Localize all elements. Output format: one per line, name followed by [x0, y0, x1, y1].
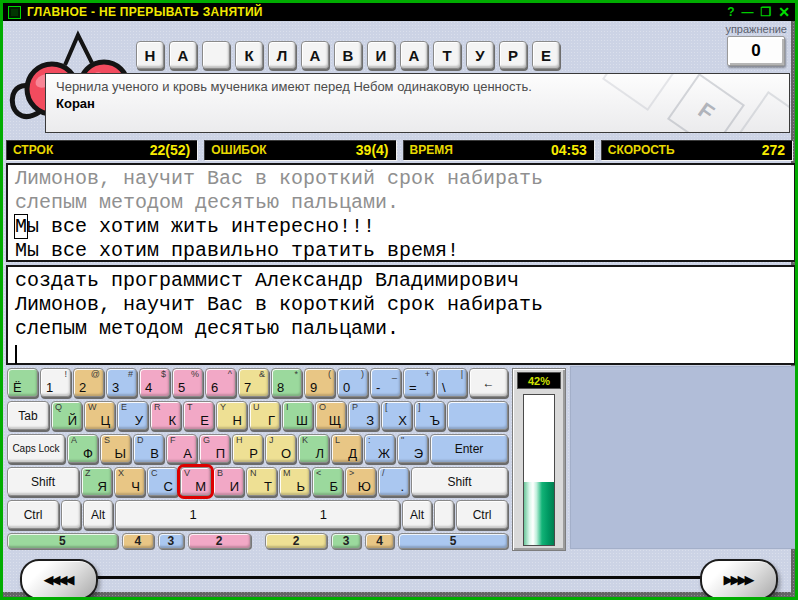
- latin-label: E: [121, 402, 127, 412]
- key-х: [Х: [381, 401, 412, 430]
- key-с: CС: [147, 467, 178, 496]
- shift-symbol: %: [191, 369, 199, 379]
- exercise-counter[interactable]: 0: [727, 36, 785, 66]
- key-ctrl-left: Ctrl: [7, 500, 59, 529]
- cyrillic-label: Ь: [296, 479, 305, 494]
- key-р: HР: [232, 434, 263, 463]
- typed-line: слепым методом десятью пальцами.: [15, 317, 787, 341]
- latin-label: D: [137, 435, 144, 445]
- window-title: ГЛАВНОЕ - НЕ ПРЕРЫВАТЬ ЗАНЯТИЙ: [27, 5, 727, 19]
- key-ъ: ]Ъ: [414, 401, 445, 430]
- key-label: Enter: [431, 435, 507, 462]
- finger-bar-2: 2: [188, 533, 251, 549]
- back-button[interactable]: ◀◀◀◀: [20, 559, 98, 600]
- exercise-label: упражнение: [725, 23, 787, 35]
- key-э: "Э: [397, 434, 428, 463]
- cyrillic-label: Ы: [114, 446, 126, 461]
- key-shift-right: Shift: [411, 467, 508, 496]
- key-\: |\: [436, 368, 467, 397]
- cyrillic-label: Э: [414, 446, 423, 461]
- progress-panel: 42%: [512, 368, 566, 551]
- key-ц: WЦ: [84, 401, 115, 430]
- help-icon[interactable]: ?: [727, 5, 734, 19]
- cyrillic-label: Х: [398, 413, 407, 428]
- keyboard-row-4: ShiftZЯXЧCСVМBИNТMЬ<Б>Ю/.Shift: [7, 467, 508, 496]
- key-label: Caps Lock: [8, 435, 64, 462]
- key-т: NТ: [246, 467, 277, 496]
- latin-label: I: [286, 402, 289, 412]
- typing-cursor-char: М: [15, 215, 27, 238]
- latin-label: <: [316, 468, 321, 478]
- shift-symbol: ): [361, 369, 364, 379]
- latin-label: F: [170, 435, 176, 445]
- key-enter: Enter: [430, 434, 508, 463]
- minimize-icon[interactable]: —: [742, 5, 754, 19]
- stat-value: 39(4): [356, 142, 389, 158]
- key-у: EУ: [117, 401, 148, 430]
- latin-label: B: [217, 468, 223, 478]
- cyrillic-label: С: [164, 479, 173, 494]
- shift-symbol: &: [259, 369, 265, 379]
- forward-button[interactable]: ▶▶▶▶: [700, 559, 778, 600]
- finger-bar-3: 3: [158, 533, 183, 549]
- latin-label: T: [187, 402, 193, 412]
- latin-label: O: [319, 402, 326, 412]
- progress-fill: [524, 482, 554, 545]
- key-label: 5: [178, 380, 185, 395]
- cyrillic-label: Т: [264, 479, 272, 494]
- cyrillic-label: Й: [68, 413, 77, 428]
- logo-letter-key: А: [169, 41, 197, 69]
- thumb-mark: 1: [320, 507, 327, 522]
- text-caret: [15, 345, 17, 364]
- typed-text-area[interactable]: создать программист Александр Владимиров…: [6, 265, 796, 365]
- target-line-next: Мы все хотим правильно тратить время!: [15, 239, 787, 263]
- close-icon[interactable]: ✕: [778, 5, 790, 19]
- key-1: !1: [40, 368, 71, 397]
- latin-label: Z: [85, 468, 91, 478]
- latin-label: N: [250, 468, 257, 478]
- key-label: 4: [145, 380, 152, 395]
- stat-panel-3: СКОРОСТЬ272: [601, 140, 792, 160]
- quote-source: Коран: [56, 96, 779, 111]
- key-label: =: [409, 380, 417, 395]
- cyrillic-label: Ц: [100, 413, 110, 428]
- quote-text: Чернила ученого и кровь мученика имеют п…: [56, 79, 779, 94]
- cyrillic-label: Ъ: [430, 413, 440, 428]
- stat-value: 04:53: [551, 142, 587, 158]
- key-label: 2: [79, 380, 86, 395]
- key-б: <Б: [312, 467, 343, 496]
- key-ь: MЬ: [279, 467, 310, 496]
- key-label: 6: [211, 380, 218, 395]
- finger-bar-5: 5: [7, 533, 118, 549]
- latin-label: >: [349, 468, 354, 478]
- logo-letter-key: И: [367, 41, 395, 69]
- key-в: DВ: [133, 434, 164, 463]
- cyrillic-label: Г: [268, 413, 275, 428]
- progress-percent: 42%: [517, 372, 561, 389]
- key-ctrl-right: Ctrl: [456, 500, 508, 529]
- latin-label: H: [236, 435, 243, 445]
- shift-symbol: |: [461, 369, 463, 379]
- key-9: (9: [304, 368, 335, 397]
- stat-value: 272: [762, 142, 785, 158]
- logo-letter-key: А: [301, 41, 329, 69]
- finger-bar-2: 2: [265, 533, 328, 549]
- logo-letter-key: Н: [136, 41, 164, 69]
- target-line-completed: слепым методом десятью пальцами.: [15, 191, 787, 215]
- key-5: %5: [172, 368, 203, 397]
- shift-symbol: _: [392, 369, 397, 379]
- shift-symbol: ^: [228, 369, 232, 379]
- target-text-area: Лимонов, научит Вас в короткий срок наби…: [6, 163, 796, 262]
- cyrillic-label: И: [230, 479, 239, 494]
- restore-icon[interactable]: ❐: [761, 5, 772, 19]
- cyrillic-label: Ж: [378, 446, 390, 461]
- target-line-completed: Лимонов, научит Вас в короткий срок наби…: [15, 167, 787, 191]
- shift-symbol: *: [294, 369, 298, 379]
- key-ю: >Ю: [345, 467, 376, 496]
- key-я: ZЯ: [81, 467, 112, 496]
- key-2: @2: [73, 368, 104, 397]
- cyrillic-label: Ю: [358, 479, 371, 494]
- key-ё: Ё: [7, 368, 38, 397]
- typed-line: Лимонов, научит Вас в короткий срок наби…: [15, 293, 787, 317]
- app-window: ГЛАВНОЕ - НЕ ПРЕРЫВАТЬ ЗАНЯТИЙ ? — ❐ ✕ Н…: [0, 0, 798, 600]
